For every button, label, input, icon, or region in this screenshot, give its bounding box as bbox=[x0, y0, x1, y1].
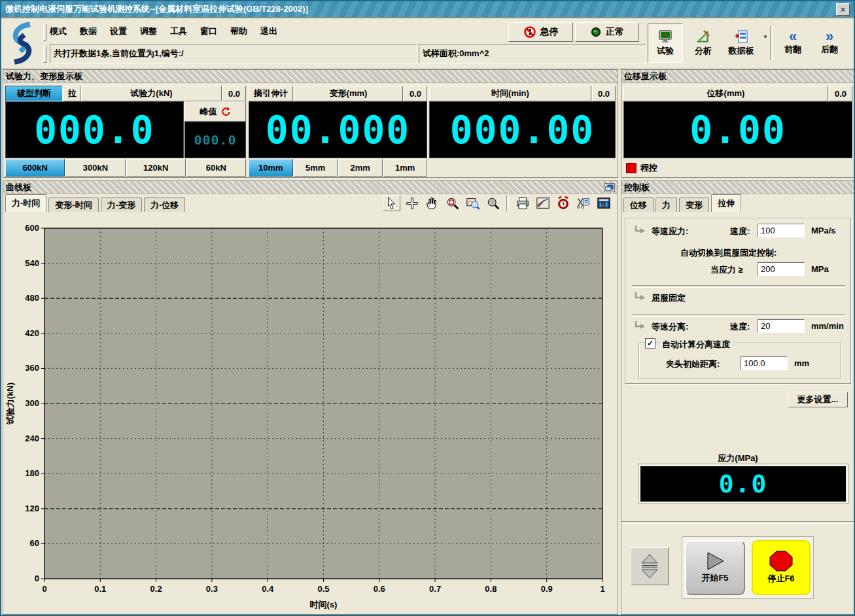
displacement-panel-title: 位移显示板 bbox=[621, 70, 854, 83]
zoom-in-icon[interactable] bbox=[444, 195, 461, 211]
test-view-button[interactable]: 试验 bbox=[648, 24, 683, 63]
control-tab-3[interactable]: 拉伸 bbox=[711, 194, 741, 212]
force-range-3[interactable]: 60kN bbox=[186, 159, 246, 177]
deform-range-0[interactable]: 10mm bbox=[249, 159, 293, 177]
grip-distance-input[interactable] bbox=[741, 356, 788, 370]
svg-text:600: 600 bbox=[25, 223, 39, 233]
analysis-button[interactable]: 分析 bbox=[686, 24, 721, 63]
force-header-value: 0.0 bbox=[222, 86, 246, 101]
restore-window-icon[interactable] bbox=[604, 183, 615, 192]
start-button-label: 开始F5 bbox=[701, 572, 728, 584]
prev-icon: « bbox=[789, 31, 797, 43]
prev-page-button[interactable]: « 前翻 bbox=[776, 24, 809, 63]
curve-toolbar bbox=[383, 195, 612, 211]
curve-compare-icon[interactable] bbox=[534, 195, 551, 211]
svg-text:0.9: 0.9 bbox=[541, 584, 553, 594]
window-title: 微机控制电液伺服万能试验机测控系统--[金属材料室温拉伸试验(GB/T228-2… bbox=[5, 3, 308, 15]
displacement-header-value-text: 0.0 bbox=[835, 89, 846, 99]
branch-arrow-icon bbox=[633, 292, 646, 303]
time-header-label: 时间(min) bbox=[491, 88, 529, 99]
jog-arrows-icon bbox=[638, 553, 661, 579]
displacement-panel-title-text: 位移显示板 bbox=[624, 71, 667, 82]
force-range-0[interactable]: 600kN bbox=[5, 159, 65, 177]
pull-indicator[interactable]: 拉 bbox=[63, 86, 80, 101]
zoom-window-icon[interactable] bbox=[464, 195, 481, 211]
svg-text:0.7: 0.7 bbox=[429, 584, 441, 594]
displacement-group: 位移(mm) 0.0 0.00 程控 bbox=[623, 86, 852, 177]
jog-updown-button[interactable] bbox=[631, 547, 669, 585]
analysis-label: 分析 bbox=[695, 45, 712, 57]
control-divider bbox=[621, 521, 854, 524]
force-range-2[interactable]: 120kN bbox=[126, 159, 186, 177]
force-range-1[interactable]: 300kN bbox=[65, 159, 125, 177]
print-icon[interactable] bbox=[514, 195, 531, 211]
timer-icon[interactable] bbox=[554, 195, 572, 211]
break-judge-button[interactable]: 破型判断 bbox=[5, 86, 63, 101]
databoard-button[interactable]: 数据板 bbox=[721, 24, 761, 63]
const-separate-speed-input[interactable] bbox=[758, 319, 805, 333]
menu-item-3[interactable]: 调整 bbox=[140, 26, 157, 37]
start-play-icon bbox=[704, 551, 726, 571]
control-tab-1[interactable]: 力 bbox=[655, 197, 677, 212]
zoom-out-icon[interactable] bbox=[484, 195, 502, 211]
deform-range-buttons: 10mm5mm2mm1mm bbox=[249, 159, 427, 177]
svg-text:0: 0 bbox=[42, 584, 46, 594]
menu-item-2[interactable]: 设置 bbox=[110, 26, 127, 37]
auto-calc-label: 自动计算分离速度 bbox=[659, 339, 733, 351]
emergency-stop-button[interactable]: 急停 bbox=[508, 22, 573, 42]
start-button[interactable]: 开始F5 bbox=[685, 540, 745, 595]
normal-status-button[interactable]: 正常 bbox=[575, 22, 639, 42]
close-button[interactable]: × bbox=[836, 3, 850, 16]
break-judge-label: 破型判断 bbox=[17, 88, 51, 99]
force-header: 试验力(kN) bbox=[81, 86, 222, 101]
svg-text:60: 60 bbox=[30, 538, 39, 548]
deform-range-1[interactable]: 5mm bbox=[294, 159, 338, 177]
auto-calc-checkbox[interactable]: ✓ bbox=[645, 338, 655, 349]
curve-tab-1[interactable]: 变形-时间 bbox=[48, 197, 98, 212]
menu-item-7[interactable]: 退出 bbox=[260, 26, 277, 37]
crosshair-icon[interactable] bbox=[403, 195, 421, 211]
menu-item-6[interactable]: 帮助 bbox=[230, 26, 247, 37]
const-separate-speed-label: 速度: bbox=[730, 321, 750, 333]
menu-item-4[interactable]: 工具 bbox=[170, 26, 187, 37]
menu-item-1[interactable]: 数据 bbox=[80, 26, 97, 37]
data-list-icon[interactable] bbox=[595, 195, 612, 211]
curve-toolbar-separator bbox=[506, 196, 509, 211]
chart-svg: 06012018024030036042048054060000.10.20.3… bbox=[4, 211, 617, 613]
peak-reset-button[interactable]: 峰值 bbox=[184, 101, 246, 122]
more-settings-button[interactable]: 更多设置... bbox=[788, 392, 848, 407]
next-page-button[interactable]: » 后翻 bbox=[813, 24, 846, 63]
app-logo-icon bbox=[5, 21, 39, 65]
when-stress-input[interactable] bbox=[758, 262, 805, 276]
clip-save-icon[interactable] bbox=[574, 195, 592, 211]
control-tab-0[interactable]: 位移 bbox=[623, 197, 654, 212]
menu-item-5[interactable]: 窗口 bbox=[200, 26, 217, 37]
control-panel: 控制板 位移力变形拉伸 等速应力: 速度: MPa/s 自动切换到屈服固定控制:… bbox=[621, 180, 855, 615]
curve-tab-2[interactable]: 力-变形 bbox=[101, 197, 142, 212]
stop-button[interactable]: 停止F6 bbox=[752, 540, 811, 595]
emergency-stop-icon bbox=[523, 26, 536, 39]
cursor-icon[interactable] bbox=[383, 195, 400, 211]
time-header-value-text: 0.0 bbox=[598, 89, 610, 99]
status-open-info: 共打开数据1条,当前位置为1,编号:/ bbox=[50, 44, 417, 63]
control-tab-2[interactable]: 变形 bbox=[679, 197, 709, 212]
curve-panel-title: 曲线板 bbox=[3, 181, 618, 194]
svg-text:0.1: 0.1 bbox=[94, 584, 106, 594]
pan-hand-icon[interactable] bbox=[423, 195, 441, 211]
curve-tab-3[interactable]: 力-位移 bbox=[144, 197, 185, 212]
analysis-icon bbox=[695, 29, 711, 44]
curve-tab-0[interactable]: 力-时间 bbox=[5, 194, 46, 212]
time-main-display: 000.00 bbox=[429, 101, 616, 158]
time-main-value: 000.00 bbox=[450, 108, 595, 152]
deform-range-3[interactable]: 1mm bbox=[383, 159, 428, 177]
databoard-icon bbox=[733, 29, 749, 44]
extensometer-button[interactable]: 摘引伸计 bbox=[249, 86, 293, 101]
deform-display-group: 摘引伸计 变形(mm) 0.0 00.000 10mm5mm2mm1mm bbox=[249, 86, 427, 177]
program-control-indicator-icon[interactable] bbox=[626, 163, 637, 173]
deform-range-2[interactable]: 2mm bbox=[338, 159, 383, 177]
databoard-dropdown-icon[interactable]: ▼ bbox=[763, 34, 768, 40]
displacement-header-value: 0.0 bbox=[829, 86, 852, 101]
const-stress-speed-input[interactable] bbox=[758, 224, 805, 237]
title-bar: 微机控制电液伺服万能试验机测控系统--[金属材料室温拉伸试验(GB/T228-2… bbox=[1, 1, 854, 18]
menu-item-0[interactable]: 模式 bbox=[50, 26, 67, 37]
